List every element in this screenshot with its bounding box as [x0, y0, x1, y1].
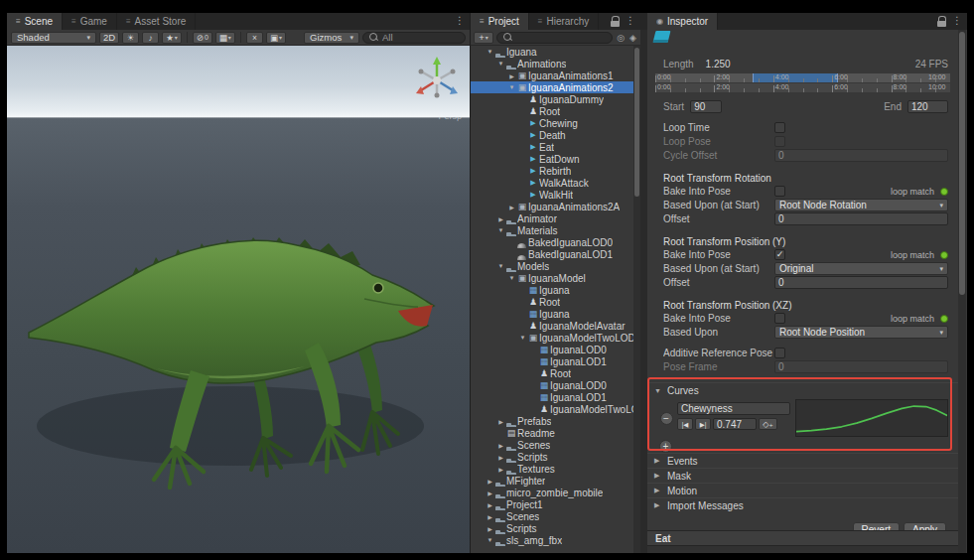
- prev-key-button[interactable]: |◀: [677, 418, 693, 430]
- gizmos-dropdown[interactable]: Gizmos ▾: [304, 32, 359, 44]
- project-tab-project[interactable]: ≡Project: [471, 13, 529, 30]
- tree-item-models[interactable]: ▼Models: [471, 260, 633, 272]
- audio-toggle-icon[interactable]: ♪: [142, 32, 159, 44]
- checkbox-bake-into-pose[interactable]: ✓: [774, 249, 785, 260]
- remove-curve-button[interactable]: −: [660, 412, 673, 425]
- foldout-arrow-icon[interactable]: ▼: [507, 84, 516, 90]
- curve-preview[interactable]: [795, 399, 948, 437]
- scene-orientation-gizmo[interactable]: [410, 54, 464, 107]
- foldout-arrow-icon[interactable]: ▼: [507, 275, 516, 281]
- checkbox-bake-into-pose[interactable]: [774, 313, 785, 324]
- foldout-arrow-icon[interactable]: ▼: [486, 537, 494, 543]
- search-by-label-icon[interactable]: ◈: [628, 33, 637, 43]
- scene-tab-game[interactable]: ≡Game: [63, 13, 117, 30]
- shading-mode-dropdown[interactable]: Shaded ▾: [11, 32, 96, 44]
- tree-item-root[interactable]: ♟Root: [471, 296, 633, 308]
- tree-item-chewing[interactable]: ▶Chewing: [471, 117, 633, 129]
- tree-item-scripts[interactable]: ▶Scripts: [471, 522, 633, 534]
- foldout-arrow-icon[interactable]: ▼: [496, 227, 505, 233]
- tree-item-iguanamodeltwolods[interactable]: ▼▣IguanaModelTwoLODs: [471, 332, 633, 344]
- inspector-scrollbar[interactable]: [958, 30, 966, 553]
- create-asset-button[interactable]: + ▾: [474, 32, 493, 44]
- foldout-arrow-icon[interactable]: ▶: [486, 478, 494, 485]
- lock-icon[interactable]: [937, 16, 946, 27]
- lighting-toggle-icon[interactable]: ☀: [122, 32, 139, 44]
- effects-dropdown-icon[interactable]: ★▾: [162, 32, 182, 44]
- clip-timeline[interactable]: 0:002:004:006:008:0010:00 0:002:004:006:…: [655, 73, 950, 93]
- tree-item-animator[interactable]: ▶Animator: [471, 212, 633, 224]
- foldout-arrow-icon[interactable]: ▶: [496, 454, 505, 461]
- foldout-arrow-icon[interactable]: ▶: [486, 525, 494, 532]
- tree-item-walkhit[interactable]: ▶WalkHit: [471, 189, 633, 201]
- scene-tab-asset-store[interactable]: ≡Asset Store: [117, 13, 196, 30]
- inspector-tab[interactable]: ◉ Inspector: [647, 13, 718, 30]
- tree-item-iguanadummy[interactable]: ♟IguanaDummy: [471, 93, 633, 105]
- foldout-arrow-icon[interactable]: ▶: [507, 72, 516, 79]
- scrollbar-thumb[interactable]: [634, 48, 639, 197]
- foldout-arrow-icon[interactable]: ▶: [496, 442, 505, 449]
- timeline-ruler[interactable]: 0:002:004:006:008:0010:00: [655, 73, 950, 82]
- tree-item-eat[interactable]: ▶Eat: [471, 141, 633, 153]
- tree-item-root[interactable]: ♟Root: [471, 367, 633, 379]
- tree-item-sls-amg-fbx[interactable]: ▼sls_amg_fbx: [471, 534, 633, 546]
- scene-search-input[interactable]: All: [362, 32, 466, 44]
- tree-item-iguanalod1[interactable]: ▦IguanaLOD1: [471, 391, 633, 403]
- tree-item-eatdown[interactable]: ▶EatDown: [471, 153, 633, 165]
- clip-range-selection[interactable]: [753, 73, 838, 82]
- tree-item-root[interactable]: ♟Root: [471, 105, 633, 117]
- tree-item-iguanamodel[interactable]: ▼▣IguanaModel: [471, 272, 633, 284]
- foldout-import-messages[interactable]: ▶Import Messages: [647, 497, 958, 512]
- tree-item-iguana[interactable]: ▼Iguana: [471, 46, 633, 58]
- foldout-arrow-icon[interactable]: ▶: [486, 490, 494, 496]
- tree-item-walkattack[interactable]: ▶WalkAttack: [471, 177, 633, 189]
- checkbox-loop-time[interactable]: [774, 122, 785, 133]
- add-key-icon[interactable]: ◇₊: [759, 418, 777, 430]
- foldout-events[interactable]: ▶Events: [647, 453, 958, 468]
- scrollbar-thumb[interactable]: [959, 32, 965, 295]
- tree-item-rebirth[interactable]: ▶Rebirth: [471, 165, 633, 177]
- foldout-mask[interactable]: ▶Mask: [647, 468, 958, 483]
- checkbox-bake-into-pose[interactable]: [774, 186, 785, 197]
- foldout-arrow-icon[interactable]: ▶: [486, 513, 494, 520]
- cut-tool-icon[interactable]: ×: [246, 32, 263, 44]
- dropdown-based-upon-at-start[interactable]: Root Node Rotation▾: [774, 199, 948, 211]
- foldout-arrow-icon[interactable]: ▼: [496, 61, 505, 67]
- tree-item-scenes[interactable]: ▶Scenes: [471, 439, 633, 451]
- tree-item-textures[interactable]: ▶Textures: [471, 463, 633, 475]
- foldout-curves[interactable]: ▼ Curves: [647, 382, 958, 397]
- scene-viewport[interactable]: Persp: [7, 46, 470, 553]
- project-search-input[interactable]: [496, 32, 613, 44]
- preview-header[interactable]: Eat: [647, 530, 958, 546]
- tree-item-bakediguanalod0[interactable]: BakedIguanaLOD0: [471, 236, 633, 248]
- scene-visibility-icon[interactable]: ⊘0: [193, 32, 212, 44]
- search-by-type-icon[interactable]: ◎: [616, 33, 626, 43]
- start-frame-field[interactable]: 90: [690, 100, 722, 113]
- camera-preview-icon[interactable]: ▣▾: [266, 32, 286, 44]
- tree-item-iguana[interactable]: ▦Iguana: [471, 284, 633, 296]
- tree-item-iguana[interactable]: ▦Iguana: [471, 308, 633, 320]
- next-key-button[interactable]: ▶|: [695, 418, 711, 430]
- field-offset[interactable]: 0: [774, 212, 948, 225]
- foldout-arrow-icon[interactable]: ▶: [496, 215, 505, 222]
- dropdown-based-upon[interactable]: Root Node Position▾: [774, 326, 948, 339]
- tree-item-prefabs[interactable]: ▶Prefabs: [471, 415, 633, 427]
- tree-item-iguanaanimations1[interactable]: ▶▣IguanaAnimations1: [471, 70, 633, 81]
- lock-icon[interactable]: [611, 16, 620, 27]
- tree-item-project1[interactable]: ▶Project1: [471, 498, 633, 510]
- tree-item-iguanalod1[interactable]: ▦IguanaLOD1: [471, 355, 633, 367]
- end-frame-field[interactable]: 120: [907, 100, 948, 113]
- scene-tab-scene[interactable]: ≡Scene: [7, 13, 63, 30]
- foldout-arrow-icon[interactable]: ▼: [496, 263, 505, 269]
- pane-menu-icon[interactable]: ⋮: [624, 13, 640, 30]
- tree-item-scripts[interactable]: ▶Scripts: [471, 451, 633, 463]
- curve-time-field[interactable]: 0.747: [713, 418, 757, 430]
- tree-item-death[interactable]: ▶Death: [471, 129, 633, 141]
- 2d-toggle[interactable]: 2D: [99, 32, 119, 44]
- pane-splitter[interactable]: [640, 30, 647, 553]
- pane-menu-icon[interactable]: ⋮: [950, 13, 967, 30]
- foldout-arrow-icon[interactable]: ▶: [496, 466, 505, 473]
- foldout-arrow-icon[interactable]: ▼: [486, 49, 494, 55]
- tree-item-iguanalod0[interactable]: ▦IguanaLOD0: [471, 379, 633, 391]
- project-scrollbar[interactable]: [633, 46, 640, 553]
- tree-item-readme[interactable]: ▤Readme: [471, 427, 633, 439]
